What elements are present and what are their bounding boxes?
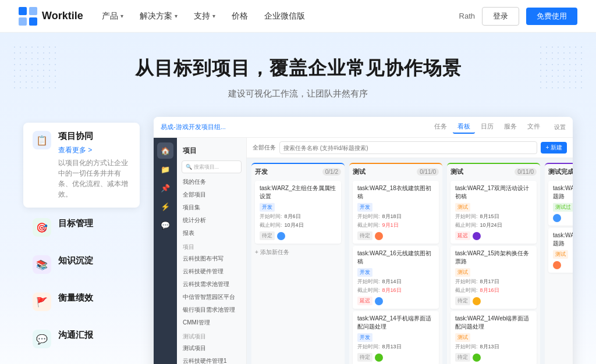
sidebar-icon-home[interactable]: 🏠	[157, 142, 173, 159]
hero-subtitle: 建设可视化工作流，让团队井然有序	[12, 88, 584, 99]
card-status-tag: 测试	[455, 333, 470, 342]
new-task-button[interactable]: + 新建	[541, 142, 567, 154]
feature-item-knowledge[interactable]: 📚 知识沉淀	[23, 247, 140, 282]
card-avatar	[277, 232, 285, 240]
nav-project-5[interactable]: CMMI管理	[177, 316, 246, 329]
tab-calendar[interactable]: 日历	[476, 120, 498, 134]
nav-item-reports[interactable]: 报表	[177, 227, 246, 240]
nav-project-1[interactable]: 云科技硬件管理	[177, 265, 246, 278]
nav-item-products[interactable]: 产品 ▾	[102, 11, 123, 22]
kanban-card[interactable]: task:WARZ_18衣线建筑图初稿 开发 开始时间: 8月18日 截止时间:	[353, 181, 439, 244]
card-tag: 待定	[455, 353, 470, 362]
kanban-col-test-done: 测试完成 14/0/9 task:WARZ_19每季显示任务题路 测试过	[545, 163, 573, 364]
kanban-search-input[interactable]	[279, 141, 537, 154]
kanban-card[interactable]: task:WARZ_15跨架构换任务票路 测试 开始时间: 8月17日 截止时间…	[450, 246, 537, 309]
nav-item-all-projects[interactable]: 全部项目	[177, 188, 246, 201]
nav-project-4[interactable]: 银行项目需求池管理	[177, 304, 246, 316]
chevron-down-icon: ▾	[120, 13, 123, 19]
card-status-tag: 开发	[357, 203, 372, 212]
kanban-card[interactable]: task:WARZ_17双周活动设计初稿 测试 开始时间: 8月15日 截止时间…	[450, 181, 537, 244]
app-breadcrumb: 易成-游戏开发项目组...	[161, 123, 226, 131]
login-button[interactable]: 登录	[482, 7, 519, 26]
chevron-down-icon: ▾	[212, 13, 215, 19]
navbar: Worktile 产品 ▾ 解决方案 ▾ 支持 ▾ 价格 企业微信版 Rath …	[0, 0, 596, 33]
kanban-card[interactable]: task:WARZ_13每季显示任务题路 测试	[548, 228, 573, 273]
card-title: task:WARZ_15跨架构换任务票路	[455, 249, 532, 266]
col-header-test-done: 测试完成 14/0/9	[548, 167, 573, 176]
feature-title-knowledge: 知识沉淀	[58, 255, 130, 266]
kanban-toolbar: 全部任务 + 新建	[247, 138, 573, 158]
card-avatar	[553, 214, 561, 222]
tab-kanban[interactable]: 看板	[453, 120, 475, 134]
tab-service[interactable]: 服务	[499, 120, 522, 134]
add-task-button-open[interactable]: + 添加新任务	[255, 246, 341, 259]
feature-item-goal[interactable]: 🎯 目标管理	[23, 210, 140, 245]
kanban-card[interactable]: task:WARZ_2主组任务属属性设置 开发 开始时间: 8月6日 截止时间:	[255, 181, 341, 244]
kanban-col-open: 开发 0/1/2 task:WARZ_2主组任务属属性设置 开发 开始时间:	[251, 163, 345, 364]
nav-item-analytics[interactable]: 统计分析	[177, 214, 246, 227]
nav-test-project-1[interactable]: 云科技硬件管理1	[177, 355, 246, 364]
col-count-done: 0/11/0	[515, 168, 537, 176]
logo-icon	[19, 7, 37, 26]
col-title-test-done: 测试完成	[548, 167, 573, 176]
settings-label[interactable]: 设置	[554, 123, 566, 131]
kanban-card[interactable]: task:WARZ_14Web端界面适配问题处理 测试 开始时间: 8月13日 …	[450, 311, 537, 364]
sidebar-icon-activity[interactable]: ⚡	[157, 198, 173, 215]
logo-text: Worktile	[42, 10, 83, 22]
kanban-card[interactable]: task:WARZ_16元线建筑图初稿 开发 开始时间: 8月14日 截止时间:	[353, 246, 439, 309]
hero-section: 从目标到项目，覆盖企业常见协作场景 建设可视化工作流，让团队井然有序 📋 项目协…	[0, 33, 596, 364]
nav-project-3[interactable]: 中信管智慧园区平台	[177, 291, 246, 304]
feature-item-communication[interactable]: 💬 沟通汇报	[23, 322, 140, 356]
card-status-tag: 测试	[455, 268, 470, 277]
card-title: task:WARZ_17双周活动设计初稿	[455, 184, 532, 201]
sidebar-icon-tasks[interactable]: 📌	[157, 180, 173, 196]
sidebar-icon-messages[interactable]: 💬	[157, 217, 173, 233]
nav-item-project-set[interactable]: 项目集	[177, 201, 246, 214]
kanban-col-testing: 测试 0/11/0 task:WARZ_18衣线建筑图初稿 开发 开始时间:	[349, 163, 442, 364]
feature-item-project[interactable]: 📋 项目协同 查看更多 > 以项目化的方式让企业中的一切任务井井有条、优化流程、…	[23, 123, 140, 208]
card-start-meta: 开始时间: 8月6日	[260, 213, 336, 220]
card-footer: 待定	[260, 231, 336, 240]
card-end-meta: 截止时间: 10月4日	[260, 222, 336, 229]
logo[interactable]: Worktile	[19, 7, 83, 26]
nav-project-2[interactable]: 云科技需求池管理	[177, 278, 246, 291]
nav-item-my-tasks[interactable]: 我的任务	[177, 176, 246, 188]
nav-item-enterprise-wechat[interactable]: 企业微信版	[264, 11, 305, 22]
kanban-card[interactable]: task:WARZ_14手机端界面适配问题处理 开发 开始时间: 8月13日 待…	[353, 311, 439, 364]
nav-item-support[interactable]: 支持 ▾	[194, 11, 215, 22]
card-tag: 待定	[357, 231, 372, 240]
app-sidebar: 🏠 📁 📌 ⚡ 💬	[154, 138, 177, 364]
col-count-testing: 0/11/0	[417, 168, 439, 176]
card-title: task:WARZ_18衣线建筑图初稿	[357, 184, 434, 201]
tab-files[interactable]: 文件	[523, 120, 545, 134]
feature-link-project[interactable]: 查看更多 >	[58, 145, 130, 155]
card-tag: 待定	[260, 231, 275, 240]
nav-project-0[interactable]: 云科技图布书写	[177, 252, 246, 265]
nav-item-pricing[interactable]: 价格	[232, 11, 248, 22]
card-avatar	[473, 354, 481, 362]
kanban-board: 全部任务 + 新建 开发 0/1/2 task:WARZ_2主组任	[247, 138, 573, 364]
card-title: task:WARZ_19每季显示任务题路	[553, 184, 573, 201]
card-status-tag: 开发	[357, 333, 372, 342]
feature-desc-project: 以项目化的方式让企业中的一切任务井井有条、优化流程、减本增效。	[58, 158, 130, 199]
col-header-testing: 测试 0/11/0	[353, 167, 439, 176]
nav-item-solutions[interactable]: 解决方案 ▾	[140, 11, 178, 22]
feature-item-performance[interactable]: 🚩 衡量绩效	[23, 284, 140, 319]
content-area: 📋 项目协同 查看更多 > 以项目化的方式让企业中的一切任务井井有条、优化流程、…	[0, 117, 596, 364]
user-email: Rath	[459, 12, 475, 20]
nav-test-project-0[interactable]: 测试项目	[177, 342, 246, 355]
sidebar-icon-projects[interactable]: 📁	[157, 161, 173, 177]
filter-label[interactable]: 全部任务	[253, 144, 276, 152]
svg-rect-1	[29, 7, 37, 15]
goal-icon: 🎯	[33, 218, 51, 237]
trial-button[interactable]: 免费使用	[526, 8, 577, 25]
col-title-done: 测试	[450, 167, 463, 176]
app-nav-search[interactable]: 🔍 搜索项目...	[182, 160, 242, 173]
card-avatar	[553, 261, 561, 269]
tab-task[interactable]: 任务	[430, 120, 452, 134]
card-status-tag: 开发	[357, 268, 372, 277]
col-title-open: 开发	[255, 167, 268, 176]
kanban-card[interactable]: task:WARZ_19每季显示任务题路 测试过	[548, 181, 573, 226]
card-status-tag: 开发	[260, 203, 275, 212]
chevron-down-icon: ▾	[175, 13, 178, 19]
